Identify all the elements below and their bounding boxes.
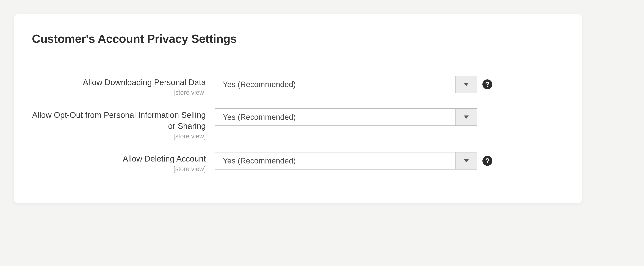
help-icon[interactable]: ? (482, 79, 492, 89)
chevron-down-icon (464, 115, 469, 119)
help-icon[interactable]: ? (482, 156, 492, 166)
field-label-block: Allow Downloading Personal Data [store v… (32, 76, 214, 96)
field-row-delete-account: Allow Deleting Account [store view] Yes … (32, 152, 564, 173)
field-scope: [store view] (32, 165, 206, 173)
select-caret-button[interactable] (456, 153, 477, 169)
field-control-block: Yes (Recommended) ? (214, 76, 492, 93)
field-label: Allow Deleting Account (32, 153, 206, 164)
select-caret-button[interactable] (456, 109, 477, 125)
field-row-download-personal-data: Allow Downloading Personal Data [store v… (32, 76, 564, 96)
select-opt-out[interactable]: Yes (Recommended) (214, 108, 477, 126)
privacy-settings-panel: Customer's Account Privacy Settings Allo… (14, 14, 582, 203)
field-control-block: Yes (Recommended) ? (214, 152, 492, 170)
field-scope: [store view] (32, 89, 206, 96)
field-label: Allow Downloading Personal Data (32, 77, 206, 88)
field-scope: [store view] (32, 132, 206, 140)
field-row-opt-out: Allow Opt-Out from Personal Information … (32, 108, 564, 140)
field-control-block: Yes (Recommended) (214, 108, 492, 126)
field-label-block: Allow Deleting Account [store view] (32, 152, 214, 173)
panel-title: Customer's Account Privacy Settings (32, 32, 564, 46)
chevron-down-icon (464, 159, 469, 162)
field-label: Allow Opt-Out from Personal Information … (32, 109, 206, 131)
select-caret-button[interactable] (456, 76, 477, 93)
select-delete-account[interactable]: Yes (Recommended) (214, 152, 477, 170)
select-download-personal-data[interactable]: Yes (Recommended) (214, 76, 477, 93)
select-value: Yes (Recommended) (215, 153, 456, 169)
chevron-down-icon (464, 83, 469, 86)
field-label-block: Allow Opt-Out from Personal Information … (32, 108, 214, 140)
select-value: Yes (Recommended) (215, 76, 456, 93)
select-value: Yes (Recommended) (215, 109, 456, 125)
